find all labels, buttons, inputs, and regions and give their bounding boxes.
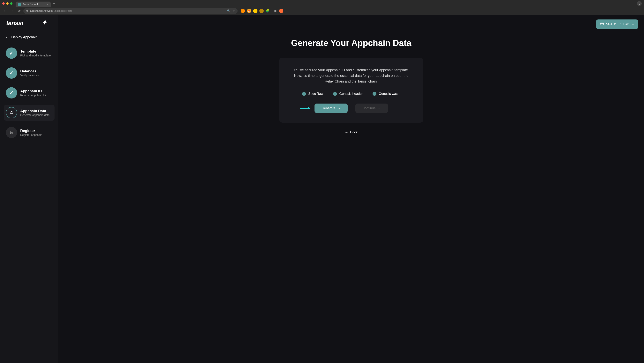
tab-title: Tanssi Network [22,3,38,6]
browser-menu-icon[interactable]: ⋮ [285,9,288,13]
url-actions: 🔍 ☆ [227,9,235,12]
step-status-icon: 4 [6,107,17,118]
panel-icon[interactable]: ◧ [274,9,277,13]
back-link[interactable]: ← Back [345,130,358,134]
logo[interactable]: tanssi ✦ [4,19,54,31]
extension-icon[interactable] [260,9,264,13]
continue-button[interactable]: Continue → [356,103,388,113]
extension-icon[interactable] [253,9,258,13]
step-template[interactable]: ✓ Template Pick and modify template [4,45,54,61]
step-title: Appchain Data [20,109,50,113]
continue-button-label: Continue [362,106,376,110]
svg-marker-2 [308,107,310,110]
nav-forward-button[interactable]: → [9,8,15,14]
step-appchain-data[interactable]: 4 Appchain Data Generate appchain data [4,105,54,121]
wallet-button[interactable]: 5G1G1...d8Eeb ⌄ [596,19,638,29]
wallet-icon [600,22,604,27]
sidebar-header-label: Deploy Appchain [11,35,38,39]
nav-back-button[interactable]: ← [2,8,8,14]
highlight-arrow-icon [300,106,310,110]
main-content: 5G1G1...d8Eeb ⌄ Generate Your Appchain D… [58,15,644,363]
indicator-label: Genesis header [339,92,362,96]
step-subtitle: Reserve appchain ID [20,94,46,97]
step-status-icon: ✓ [6,47,17,59]
extension-icon[interactable] [241,9,245,13]
step-title: Balances [20,69,39,73]
browser-tab-bar: Tanssi Network × + ⌄ [0,0,644,7]
new-tab-button[interactable]: + [53,1,55,6]
browser-toolbar: ← → ⟳ ⚙ apps.tanssi.network/flashbox/cre… [0,7,644,15]
wallet-address: 5G1G1...d8Eeb [606,22,629,26]
step-title: Register [20,129,42,133]
arrow-left-icon: ← [345,130,348,134]
nav-reload-button[interactable]: ⟳ [16,8,22,14]
window-controls [2,2,12,5]
content-card: You've secured your Appchain ID and cust… [279,58,423,123]
steps-list: ✓ Template Pick and modify template ✓ Ba… [4,45,54,141]
indicator-genesis-header: Genesis header [333,92,362,96]
step-register[interactable]: 5 Register Register appchain [4,125,54,141]
tab-favicon [18,3,21,6]
step-subtitle: Pick and modify template [20,54,51,57]
bookmark-icon[interactable]: ☆ [232,9,235,12]
indicator-genesis-wasm: Genesis wasm [372,92,400,96]
indicator-dot-icon [372,92,376,96]
indicator-spec-raw: Spec Raw [302,92,323,96]
checkmark-icon: ✓ [9,90,14,96]
step-status-icon: ✓ [6,67,17,79]
checkmark-icon: ✓ [9,50,14,56]
step-title: Appchain ID [20,89,46,93]
sparkle-icon: ✦ [42,19,47,26]
page-title: Generate Your Appchain Data [291,38,412,48]
status-indicators: Spec Raw Genesis header Genesis wasm [302,92,400,96]
step-title: Template [20,49,51,53]
deploy-appchain-back[interactable]: ← Deploy Appchain [4,31,54,45]
window-close-button[interactable] [2,2,5,5]
tabs-dropdown-icon[interactable]: ⌄ [637,1,642,6]
indicator-dot-icon [302,92,306,96]
arrow-right-icon: → [337,106,340,110]
extensions-bar: 🦊 🧩 | ◧ ⋮ [239,9,290,13]
checkmark-icon: ✓ [9,70,14,76]
arrow-right-icon: → [378,106,381,110]
step-status-icon: 5 [6,127,17,138]
indicator-label: Genesis wasm [379,92,400,96]
step-subtitle: Verify balances [20,74,39,77]
arrow-left-icon: ← [6,35,9,39]
window-maximize-button[interactable] [10,2,12,5]
step-subtitle: Register appchain [20,133,42,136]
step-subtitle: Generate appchain data [20,113,50,117]
step-status-icon: ✓ [6,87,17,98]
step-balances[interactable]: ✓ Balances Verify balances [4,65,54,81]
chevron-down-icon: ⌄ [632,22,634,26]
close-tab-icon[interactable]: × [47,3,48,6]
browser-tab[interactable]: Tanssi Network × [16,1,51,7]
action-buttons: Generate → Continue → [314,103,388,113]
indicator-label: Spec Raw [308,92,323,96]
profile-avatar[interactable] [279,9,283,13]
site-settings-icon[interactable]: ⚙ [26,9,28,12]
svg-rect-0 [600,23,604,25]
step-appchain-id[interactable]: ✓ Appchain ID Reserve appchain ID [4,85,54,101]
sidebar: tanssi ✦ ← Deploy Appchain ✓ Template Pi… [0,15,58,363]
app-root: tanssi ✦ ← Deploy Appchain ✓ Template Pi… [0,15,644,363]
generate-button-label: Generate [322,106,335,110]
url-path: /flashbox/create [54,9,72,12]
extension-icon[interactable]: 🦊 [247,9,251,13]
generate-button[interactable]: Generate → [314,103,348,113]
back-link-label: Back [350,130,358,134]
url-bar[interactable]: ⚙ apps.tanssi.network/flashbox/create 🔍 … [23,8,238,14]
card-description: You've secured your Appchain ID and cust… [293,67,410,84]
url-host: apps.tanssi.network [30,9,52,12]
window-minimize-button[interactable] [6,2,8,5]
extensions-menu-icon[interactable]: 🧩 [266,9,270,13]
zoom-icon[interactable]: 🔍 [227,9,230,12]
indicator-dot-icon [333,92,337,96]
